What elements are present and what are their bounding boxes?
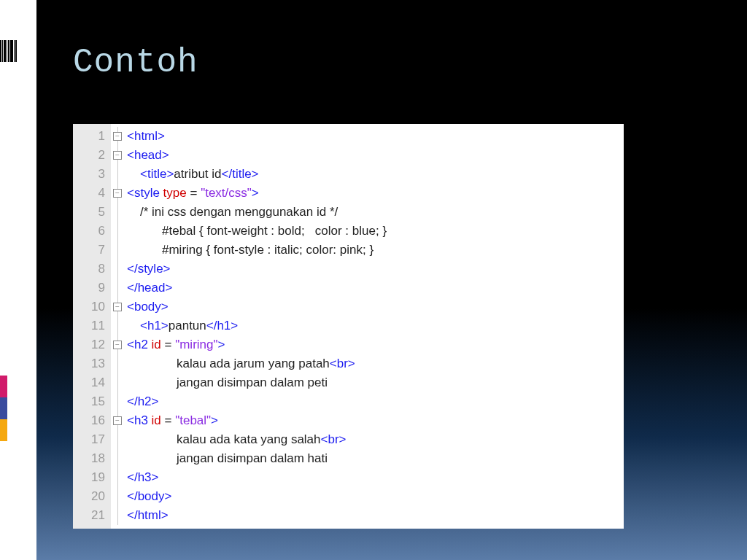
fold-cell xyxy=(111,316,124,335)
line-number: 21 xyxy=(73,506,105,525)
fold-cell: − xyxy=(111,127,124,146)
code-line: </h2> xyxy=(127,392,624,411)
code-content: <html> <head> <title>atribut id</title> … xyxy=(124,124,624,529)
code-line: <html> xyxy=(127,127,624,146)
fold-cell xyxy=(111,203,124,222)
line-number: 13 xyxy=(73,354,105,373)
fold-cell xyxy=(111,279,124,298)
left-margin xyxy=(0,0,36,560)
code-line: #tebal { font-weight : bold; color : blu… xyxy=(127,222,624,241)
code-line: /* ini css dengan menggunakan id */ xyxy=(127,203,624,222)
accent-stripes xyxy=(0,376,7,441)
line-number: 19 xyxy=(73,468,105,487)
code-line: <h2 id = "miring"> xyxy=(127,335,624,354)
accent-stripe xyxy=(0,397,7,419)
code-line: kalau ada jarum yang patah<br> xyxy=(127,354,624,373)
fold-cell xyxy=(111,260,124,279)
line-number: 2 xyxy=(73,146,105,165)
barcode-decoration xyxy=(0,40,17,62)
fold-toggle-icon[interactable]: − xyxy=(113,416,122,425)
code-line: </html> xyxy=(127,506,624,525)
code-line: #miring { font-style : italic; color: pi… xyxy=(127,241,624,260)
fold-cell xyxy=(111,487,124,506)
line-number: 20 xyxy=(73,487,105,506)
fold-toggle-icon[interactable]: − xyxy=(113,151,122,160)
line-number: 14 xyxy=(73,373,105,392)
accent-stripe xyxy=(0,376,7,397)
fold-cell xyxy=(111,430,124,449)
line-number-gutter: 123456789101112131415161718192021 xyxy=(73,124,111,529)
code-line: </h3> xyxy=(127,468,624,487)
fold-cell: − xyxy=(111,335,124,354)
fold-cell xyxy=(111,222,124,241)
slide-title: Contoh xyxy=(73,44,198,82)
code-line: <h1>pantun</h1> xyxy=(127,316,624,335)
fold-cell xyxy=(111,241,124,260)
fold-toggle-icon[interactable]: − xyxy=(113,132,122,141)
line-number: 5 xyxy=(73,203,105,222)
fold-cell: − xyxy=(111,298,124,316)
code-line: <h3 id = "tebal"> xyxy=(127,411,624,430)
fold-cell xyxy=(111,392,124,411)
fold-toggle-icon[interactable]: − xyxy=(113,303,122,311)
line-number: 8 xyxy=(73,260,105,279)
code-line: <head> xyxy=(127,146,624,165)
line-number: 7 xyxy=(73,241,105,260)
fold-cell: − xyxy=(111,146,124,165)
fold-cell: − xyxy=(111,184,124,203)
fold-cell: − xyxy=(111,411,124,430)
slide: Contoh 123456789101112131415161718192021… xyxy=(0,0,747,560)
line-number: 1 xyxy=(73,127,105,146)
fold-cell xyxy=(111,354,124,373)
line-number: 3 xyxy=(73,165,105,184)
line-number: 12 xyxy=(73,335,105,354)
code-line: <body> xyxy=(127,298,624,316)
fold-toggle-icon[interactable]: − xyxy=(113,341,122,349)
code-line: </style> xyxy=(127,260,624,279)
code-line: jangan disimpan dalam peti xyxy=(127,373,624,392)
line-number: 17 xyxy=(73,430,105,449)
fold-cell xyxy=(111,449,124,468)
line-number: 11 xyxy=(73,316,105,335)
line-number: 16 xyxy=(73,411,105,430)
line-number: 4 xyxy=(73,184,105,203)
line-number: 6 xyxy=(73,222,105,241)
code-line: <title>atribut id</title> xyxy=(127,165,624,184)
code-editor: 123456789101112131415161718192021 −−−−−−… xyxy=(73,124,624,529)
code-line: </head> xyxy=(127,279,624,298)
fold-cell xyxy=(111,165,124,184)
fold-cell xyxy=(111,373,124,392)
accent-stripe xyxy=(0,419,7,441)
code-line: </body> xyxy=(127,487,624,506)
line-number: 15 xyxy=(73,392,105,411)
line-number: 9 xyxy=(73,279,105,298)
line-number: 10 xyxy=(73,298,105,316)
code-line: jangan disimpan dalam hati xyxy=(127,449,624,468)
fold-gutter: −−−−−− xyxy=(111,124,124,529)
line-number: 18 xyxy=(73,449,105,468)
code-line: <style type = "text/css"> xyxy=(127,184,624,203)
code-line: kalau ada kata yang salah<br> xyxy=(127,430,624,449)
fold-cell xyxy=(111,506,124,525)
fold-cell xyxy=(111,468,124,487)
fold-toggle-icon[interactable]: − xyxy=(113,189,122,198)
